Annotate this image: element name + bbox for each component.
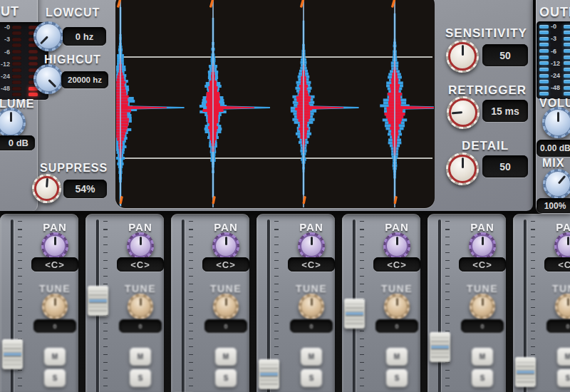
mixer-channel-strip: PAN <C> TUNE 0 M S: [171, 214, 249, 392]
mute-button[interactable]: M: [215, 348, 237, 366]
solo-button[interactable]: S: [301, 369, 322, 387]
solo-button[interactable]: S: [130, 369, 151, 387]
meter-led: [564, 92, 570, 96]
pan-knob[interactable]: [471, 234, 494, 257]
pan-label: PAN: [532, 221, 570, 233]
knob-pointer: [545, 110, 570, 135]
pan-value-readout: <C>: [544, 257, 570, 272]
knob-pointer: [301, 235, 322, 257]
meter-led: [564, 61, 570, 65]
meter-led: [12, 50, 21, 53]
retrigger-knob[interactable]: [449, 98, 477, 127]
mute-button[interactable]: M: [386, 348, 408, 366]
knob-pointer: [386, 235, 408, 257]
tune-knob[interactable]: [130, 296, 151, 317]
mixer-channel-strip: PAN <C> TUNE 0 M S: [256, 214, 335, 392]
knob-pointer: [557, 235, 570, 257]
lowcut-label: LOWCUT: [46, 6, 100, 19]
pan-value-readout: <C>: [373, 257, 420, 272]
mixer-channel-strip: PAN <C> TUNE 0 M S: [0, 214, 78, 392]
meter-row: -6: [0, 50, 47, 54]
mute-button[interactable]: M: [44, 348, 66, 366]
pan-knob[interactable]: [556, 234, 570, 257]
output-volume-knob[interactable]: [544, 109, 570, 136]
waveform-display[interactable]: [115, 0, 435, 208]
tune-value-readout: 0: [290, 319, 333, 333]
retrigger-label: RETRIGGER: [448, 83, 527, 98]
suppress-label: SUPPRESS: [40, 162, 108, 175]
meter-led: [28, 56, 38, 60]
fader-rail: [182, 220, 185, 392]
meter-scale-label: -0: [549, 24, 564, 29]
meter-led: [12, 87, 21, 91]
solo-button[interactable]: S: [386, 369, 408, 387]
tune-value-readout: 0: [119, 319, 162, 333]
meter-led: [539, 86, 549, 90]
fader-handle[interactable]: [2, 339, 23, 369]
solo-button[interactable]: S: [472, 369, 493, 387]
tune-label: TUNE: [532, 283, 570, 294]
tune-knob[interactable]: [301, 296, 322, 317]
fader-handle[interactable]: [430, 332, 450, 362]
tune-value-readout: 0: [375, 319, 418, 333]
knob-pointer: [31, 19, 66, 53]
meter-led: [12, 62, 21, 66]
pan-knob[interactable]: [43, 234, 66, 257]
meter-row: [539, 31, 570, 35]
tune-knob[interactable]: [44, 296, 66, 317]
fader-handle[interactable]: [259, 359, 279, 389]
mix-knob[interactable]: [545, 171, 570, 197]
meter-scale-label: -3: [0, 37, 10, 41]
mixer-channel-strip: PAN <C> TUNE 0 M S: [513, 214, 570, 392]
fader-handle[interactable]: [515, 357, 536, 387]
tune-knob[interactable]: [557, 296, 570, 317]
mute-button[interactable]: M: [557, 348, 570, 366]
pan-knob[interactable]: [385, 234, 408, 257]
tune-value-readout: 0: [204, 319, 247, 333]
mute-button[interactable]: M: [130, 348, 151, 366]
solo-button[interactable]: S: [44, 369, 66, 387]
tune-knob[interactable]: [472, 296, 493, 317]
mute-button[interactable]: M: [301, 348, 322, 366]
meter-row: [539, 43, 570, 47]
input-label: INPUT: [0, 4, 19, 19]
meter-led: [12, 38, 21, 41]
meter-led: [12, 43, 21, 47]
sensitivity-knob[interactable]: [448, 42, 477, 71]
suppress-knob[interactable]: [34, 176, 59, 201]
solo-button[interactable]: S: [215, 369, 237, 387]
highcut-knob[interactable]: [36, 66, 61, 92]
solo-button[interactable]: S: [557, 369, 570, 387]
tune-knob[interactable]: [215, 296, 237, 317]
pan-knob[interactable]: [300, 234, 323, 257]
fader-tick-marks: [189, 221, 193, 392]
pan-label: PAN: [105, 221, 176, 233]
mute-button[interactable]: M: [472, 348, 493, 366]
fader-handle[interactable]: [344, 299, 365, 329]
knob-pointer: [558, 296, 570, 316]
meter-row: [539, 80, 570, 84]
meter-led: [539, 25, 549, 29]
meter-led: [564, 31, 570, 34]
pan-knob[interactable]: [214, 234, 237, 257]
tune-knob[interactable]: [386, 296, 408, 317]
tune-label: TUNE: [276, 283, 347, 294]
waveform-plot: [116, 0, 434, 207]
mix-label: MIX: [542, 157, 564, 170]
meter-scale-label: -48: [0, 86, 10, 91]
meter-led: [539, 68, 549, 71]
knob-pointer: [44, 235, 66, 257]
meter-scale-label: -24: [0, 74, 10, 78]
detail-knob[interactable]: [448, 155, 477, 183]
input-volume-knob[interactable]: [0, 110, 24, 135]
lowcut-knob[interactable]: [36, 24, 61, 49]
knob-pointer: [449, 155, 476, 182]
meter-led: [564, 43, 570, 46]
pan-knob[interactable]: [129, 234, 152, 257]
input-volume-readout: 0 dB: [0, 135, 35, 150]
knob-pointer: [130, 235, 151, 257]
mixer-channel-strip: PAN <C> TUNE 0 M S: [342, 214, 420, 392]
tune-label: TUNE: [361, 283, 432, 294]
knob-pointer: [34, 176, 59, 201]
meter-row: -6: [539, 49, 570, 53]
